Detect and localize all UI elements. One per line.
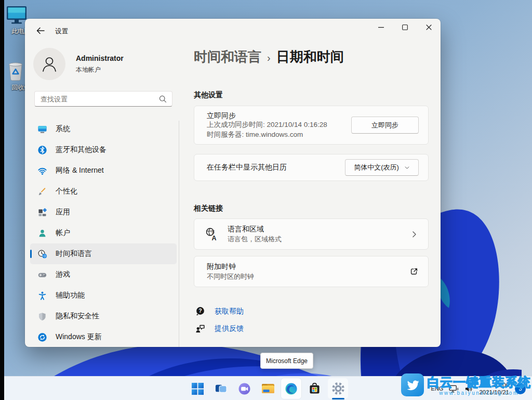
breadcrumb-parent[interactable]: 时间和语言 (194, 48, 261, 66)
sidebar-item-accounts[interactable]: 帐户 (30, 223, 177, 243)
network-icon (37, 166, 47, 176)
open-app-indicator (332, 398, 344, 399)
edge-button[interactable] (280, 377, 303, 400)
get-help-link[interactable]: ? 获取帮助 (195, 306, 244, 317)
user-account-type: 本地帐户 (76, 66, 101, 74)
help-icon: ? (195, 306, 206, 317)
feedback-icon (195, 323, 206, 334)
store-button[interactable] (303, 377, 326, 400)
sidebar-item-time-language[interactable]: 时间和语言 (30, 243, 177, 264)
start-button[interactable] (186, 377, 209, 400)
external-link-icon (409, 267, 419, 276)
apps-icon (37, 208, 47, 217)
settings-sidebar: 系统 蓝牙和其他设备 网络 & Internet (30, 119, 177, 347)
sidebar-item-apps[interactable]: 应用 (30, 202, 177, 223)
accessibility-icon (37, 291, 47, 301)
sidebar-item-label: Windows 更新 (56, 332, 102, 342)
calendar-card: 在任务栏中显示其他日历 简体中文(农历) (194, 154, 429, 181)
get-help-label: 获取帮助 (215, 307, 244, 316)
give-feedback-label: 提供反馈 (215, 324, 244, 333)
maximize-button[interactable] (393, 19, 417, 35)
breadcrumb: 时间和语言 › 日期和时间 (194, 48, 344, 66)
language-region-title: 语言和区域 (228, 224, 282, 234)
sidebar-item-personalization[interactable]: 个性化 (30, 181, 177, 202)
sidebar-item-label: 网络 & Internet (56, 166, 104, 175)
sidebar-item-network-internet[interactable]: 网络 & Internet (30, 160, 177, 181)
sidebar-item-windows-update[interactable]: Windows 更新 (30, 327, 177, 347)
taskbar-tooltip: Microsoft Edge (260, 353, 313, 369)
svg-text:A: A (212, 234, 217, 241)
give-feedback-link[interactable]: 提供反馈 (195, 323, 244, 334)
chat-icon (238, 382, 251, 395)
gaming-icon (37, 270, 47, 280)
sidebar-scrollbar[interactable] (179, 121, 179, 347)
minimize-button[interactable] (369, 19, 393, 35)
sidebar-item-gaming[interactable]: 游戏 (30, 264, 177, 285)
sidebar-item-label: 个性化 (56, 187, 77, 196)
chat-button[interactable] (233, 377, 256, 400)
bluetooth-icon (37, 145, 47, 155)
privacy-icon (37, 312, 47, 321)
window-title: 设置 (55, 27, 68, 36)
minimize-icon (378, 24, 384, 30)
sidebar-item-label: 时间和语言 (56, 249, 92, 259)
personalization-icon (37, 187, 47, 197)
time-language-icon (37, 249, 47, 259)
person-icon (39, 54, 59, 74)
close-button[interactable] (417, 19, 441, 35)
settings-button[interactable] (326, 377, 350, 400)
additional-clocks-subtitle: 不同时区的时钟 (207, 272, 254, 281)
sidebar-item-label: 蓝牙和其他设备 (56, 145, 107, 154)
language-region-card[interactable]: A 字 语言和区域 语言包，区域格式 (194, 218, 429, 250)
sync-card: 立即同步 上次成功同步时间: 2021/10/14 0:16:28 时间服务器:… (194, 106, 429, 145)
calendar-dropdown-value: 简体中文(农历) (354, 163, 399, 172)
additional-clocks-title: 附加时钟 (207, 262, 254, 272)
calendar-dropdown[interactable]: 简体中文(农历) (345, 159, 419, 176)
windows-update-icon (37, 332, 47, 342)
search-input[interactable] (39, 95, 158, 104)
section-heading-related-links: 相关链接 (194, 204, 223, 213)
store-icon (308, 382, 321, 395)
screen-edge-strip (0, 0, 4, 400)
sidebar-item-label: 帐户 (56, 228, 70, 238)
watermark-title: 白云一键重装系统 (427, 374, 531, 391)
maximize-icon (402, 24, 408, 30)
chevron-down-icon (404, 165, 410, 171)
additional-clocks-card[interactable]: 附加时钟 不同时区的时钟 (194, 256, 429, 287)
sync-now-button[interactable]: 立即同步 (351, 117, 419, 134)
user-name: Administrator (76, 54, 124, 62)
taskbar-icons (186, 377, 350, 400)
language-region-icon: A 字 (205, 227, 219, 241)
task-view-icon (215, 382, 228, 395)
sidebar-item-accessibility[interactable]: 辅助功能 (30, 285, 177, 306)
sidebar-item-label: 系统 (56, 124, 70, 134)
time-server: 时间服务器: time.windows.com (207, 130, 327, 140)
selected-indicator (30, 250, 32, 258)
watermark: 白云一键重装系统 www.baiyunxitong.com (401, 373, 531, 396)
language-region-subtitle: 语言包，区域格式 (228, 234, 282, 244)
desktop: 此电脑 回收站 设置 (0, 0, 532, 400)
back-button[interactable] (35, 25, 47, 37)
calendar-label: 在任务栏中显示其他日历 (207, 163, 287, 172)
sidebar-item-bluetooth-devices[interactable]: 蓝牙和其他设备 (30, 139, 177, 160)
edge-icon (285, 382, 298, 395)
start-icon (191, 382, 204, 395)
svg-text:?: ? (198, 307, 202, 314)
svg-text:字: 字 (211, 229, 215, 234)
task-view-button[interactable] (209, 377, 233, 400)
last-sync-time: 上次成功同步时间: 2021/10/14 0:16:28 (207, 120, 327, 130)
user-profile[interactable] (33, 48, 65, 80)
file-explorer-button[interactable] (256, 377, 280, 400)
settings-window: 设置 Administrator 本地帐户 (25, 19, 441, 347)
watermark-bird-icon (401, 373, 424, 396)
settings-gear-icon (331, 382, 345, 395)
sync-card-title: 立即同步 (207, 111, 327, 121)
window-controls (369, 19, 441, 35)
sidebar-item-system[interactable]: 系统 (30, 119, 177, 139)
system-icon (37, 124, 47, 134)
accounts-icon (37, 228, 47, 238)
sidebar-item-privacy-security[interactable]: 隐私和安全性 (30, 306, 177, 327)
file-explorer-icon (261, 382, 275, 395)
sidebar-item-label: 隐私和安全性 (56, 312, 99, 321)
chevron-right-icon: › (267, 52, 271, 64)
